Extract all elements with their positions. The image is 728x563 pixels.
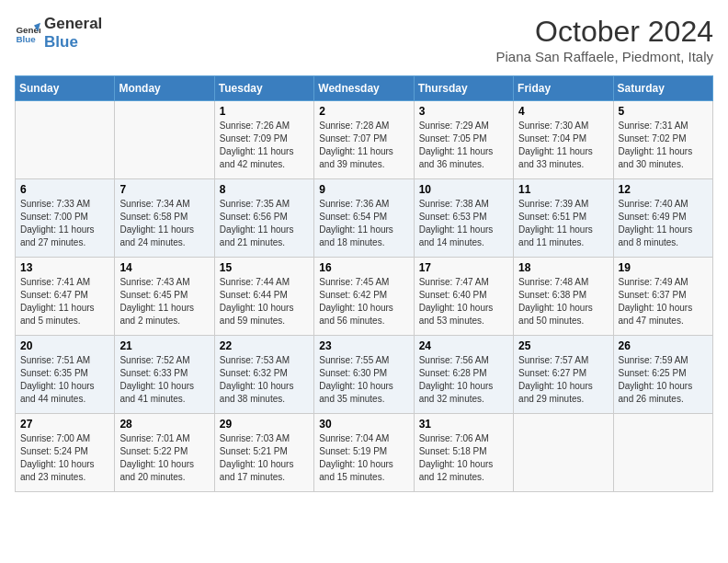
- day-number: 23: [319, 339, 408, 352]
- day-number: 5: [619, 105, 708, 118]
- calendar-cell: 5Sunrise: 7:31 AM Sunset: 7:02 PM Daylig…: [613, 101, 712, 179]
- svg-text:Blue: Blue: [16, 34, 36, 44]
- calendar-cell: 22Sunrise: 7:53 AM Sunset: 6:32 PM Dayli…: [214, 336, 313, 414]
- day-info: Sunrise: 7:03 AM Sunset: 5:21 PM Dayligh…: [220, 432, 309, 484]
- calendar-cell: 6Sunrise: 7:33 AM Sunset: 7:00 PM Daylig…: [16, 179, 115, 258]
- day-of-week-header: Thursday: [414, 76, 513, 101]
- calendar-cell: 29Sunrise: 7:03 AM Sunset: 5:21 PM Dayli…: [214, 414, 313, 492]
- calendar-cell: 9Sunrise: 7:36 AM Sunset: 6:54 PM Daylig…: [314, 179, 414, 258]
- calendar-cell: [16, 101, 115, 179]
- day-number: 27: [20, 418, 109, 431]
- day-info: Sunrise: 7:41 AM Sunset: 6:47 PM Dayligh…: [20, 276, 109, 327]
- day-number: 24: [419, 339, 508, 352]
- calendar-cell: 19Sunrise: 7:49 AM Sunset: 6:37 PM Dayli…: [613, 258, 712, 336]
- calendar-cell: 28Sunrise: 7:01 AM Sunset: 5:22 PM Dayli…: [115, 414, 214, 492]
- day-info: Sunrise: 7:56 AM Sunset: 6:28 PM Dayligh…: [419, 354, 508, 406]
- day-info: Sunrise: 7:48 AM Sunset: 6:38 PM Dayligh…: [518, 276, 608, 327]
- calendar-cell: 17Sunrise: 7:47 AM Sunset: 6:40 PM Dayli…: [414, 258, 513, 336]
- day-info: Sunrise: 7:26 AM Sunset: 7:09 PM Dayligh…: [220, 120, 309, 171]
- calendar-cell: 10Sunrise: 7:38 AM Sunset: 6:53 PM Dayli…: [414, 179, 513, 258]
- day-info: Sunrise: 7:33 AM Sunset: 7:00 PM Dayligh…: [20, 198, 109, 249]
- calendar-cell: [115, 101, 214, 179]
- day-info: Sunrise: 7:43 AM Sunset: 6:45 PM Dayligh…: [119, 276, 209, 327]
- logo-line1: General: [44, 15, 102, 33]
- location: Piana San Raffaele, Piedmont, Italy: [495, 49, 713, 64]
- day-info: Sunrise: 7:36 AM Sunset: 6:54 PM Dayligh…: [319, 198, 408, 249]
- day-of-week-header: Monday: [115, 76, 214, 101]
- day-number: 20: [20, 339, 109, 352]
- day-number: 7: [119, 183, 209, 196]
- day-info: Sunrise: 7:04 AM Sunset: 5:19 PM Dayligh…: [319, 432, 408, 484]
- day-info: Sunrise: 7:06 AM Sunset: 5:18 PM Dayligh…: [419, 432, 508, 484]
- day-number: 16: [319, 261, 408, 274]
- logo: General Blue General Blue: [15, 15, 102, 52]
- calendar-cell: 21Sunrise: 7:52 AM Sunset: 6:33 PM Dayli…: [115, 336, 214, 414]
- day-info: Sunrise: 7:40 AM Sunset: 6:49 PM Dayligh…: [619, 198, 708, 249]
- page-header: General Blue General Blue October 2024 P…: [15, 15, 713, 64]
- day-info: Sunrise: 7:38 AM Sunset: 6:53 PM Dayligh…: [419, 198, 508, 249]
- day-info: Sunrise: 7:00 AM Sunset: 5:24 PM Dayligh…: [20, 432, 109, 484]
- calendar-cell: 27Sunrise: 7:00 AM Sunset: 5:24 PM Dayli…: [16, 414, 115, 492]
- day-info: Sunrise: 7:57 AM Sunset: 6:27 PM Dayligh…: [518, 354, 608, 406]
- day-number: 6: [20, 183, 109, 196]
- day-info: Sunrise: 7:55 AM Sunset: 6:30 PM Dayligh…: [319, 354, 408, 406]
- day-number: 14: [119, 261, 209, 274]
- day-info: Sunrise: 7:49 AM Sunset: 6:37 PM Dayligh…: [619, 276, 708, 327]
- day-info: Sunrise: 7:45 AM Sunset: 6:42 PM Dayligh…: [319, 276, 408, 327]
- day-info: Sunrise: 7:44 AM Sunset: 6:44 PM Dayligh…: [220, 276, 309, 327]
- day-info: Sunrise: 7:52 AM Sunset: 6:33 PM Dayligh…: [119, 354, 209, 406]
- logo-icon: General Blue: [15, 20, 40, 46]
- day-info: Sunrise: 7:31 AM Sunset: 7:02 PM Dayligh…: [619, 120, 708, 171]
- day-info: Sunrise: 7:53 AM Sunset: 6:32 PM Dayligh…: [220, 354, 309, 406]
- day-info: Sunrise: 7:29 AM Sunset: 7:05 PM Dayligh…: [419, 120, 508, 171]
- day-number: 17: [419, 261, 508, 274]
- day-of-week-header: Tuesday: [214, 76, 313, 101]
- day-number: 11: [518, 183, 608, 196]
- day-info: Sunrise: 7:35 AM Sunset: 6:56 PM Dayligh…: [220, 198, 309, 249]
- day-number: 2: [319, 105, 408, 118]
- day-number: 25: [518, 339, 608, 352]
- day-number: 29: [220, 418, 309, 431]
- day-number: 31: [419, 418, 508, 431]
- day-number: 15: [220, 261, 309, 274]
- day-number: 22: [220, 339, 309, 352]
- calendar-cell: 15Sunrise: 7:44 AM Sunset: 6:44 PM Dayli…: [214, 258, 313, 336]
- day-number: 18: [518, 261, 608, 274]
- day-of-week-header: Sunday: [16, 76, 115, 101]
- day-number: 9: [319, 183, 408, 196]
- calendar-cell: 2Sunrise: 7:28 AM Sunset: 7:07 PM Daylig…: [314, 101, 414, 179]
- day-info: Sunrise: 7:47 AM Sunset: 6:40 PM Dayligh…: [419, 276, 508, 327]
- day-number: 19: [619, 261, 708, 274]
- calendar-cell: 20Sunrise: 7:51 AM Sunset: 6:35 PM Dayli…: [16, 336, 115, 414]
- title-block: October 2024 Piana San Raffaele, Piedmon…: [495, 15, 713, 64]
- day-number: 21: [119, 339, 209, 352]
- day-info: Sunrise: 7:59 AM Sunset: 6:25 PM Dayligh…: [619, 354, 708, 406]
- day-number: 10: [419, 183, 508, 196]
- calendar-header: SundayMondayTuesdayWednesdayThursdayFrid…: [16, 76, 713, 101]
- day-info: Sunrise: 7:39 AM Sunset: 6:51 PM Dayligh…: [518, 198, 608, 249]
- calendar-cell: 30Sunrise: 7:04 AM Sunset: 5:19 PM Dayli…: [314, 414, 414, 492]
- day-of-week-header: Friday: [514, 76, 613, 101]
- calendar-cell: 16Sunrise: 7:45 AM Sunset: 6:42 PM Dayli…: [314, 258, 414, 336]
- day-info: Sunrise: 7:30 AM Sunset: 7:04 PM Dayligh…: [518, 120, 608, 171]
- calendar-cell: 1Sunrise: 7:26 AM Sunset: 7:09 PM Daylig…: [214, 101, 313, 179]
- calendar-cell: 26Sunrise: 7:59 AM Sunset: 6:25 PM Dayli…: [613, 336, 712, 414]
- day-number: 28: [119, 418, 209, 431]
- calendar-cell: [514, 414, 613, 492]
- day-info: Sunrise: 7:01 AM Sunset: 5:22 PM Dayligh…: [119, 432, 209, 484]
- day-number: 1: [220, 105, 309, 118]
- calendar-cell: 13Sunrise: 7:41 AM Sunset: 6:47 PM Dayli…: [16, 258, 115, 336]
- calendar-cell: 31Sunrise: 7:06 AM Sunset: 5:18 PM Dayli…: [414, 414, 513, 492]
- day-number: 8: [220, 183, 309, 196]
- day-number: 30: [319, 418, 408, 431]
- calendar-cell: 18Sunrise: 7:48 AM Sunset: 6:38 PM Dayli…: [514, 258, 613, 336]
- calendar-cell: 11Sunrise: 7:39 AM Sunset: 6:51 PM Dayli…: [514, 179, 613, 258]
- calendar-cell: 12Sunrise: 7:40 AM Sunset: 6:49 PM Dayli…: [613, 179, 712, 258]
- day-of-week-header: Wednesday: [314, 76, 414, 101]
- day-number: 13: [20, 261, 109, 274]
- calendar-cell: 3Sunrise: 7:29 AM Sunset: 7:05 PM Daylig…: [414, 101, 513, 179]
- day-info: Sunrise: 7:51 AM Sunset: 6:35 PM Dayligh…: [20, 354, 109, 406]
- day-number: 26: [619, 339, 708, 352]
- calendar-cell: 4Sunrise: 7:30 AM Sunset: 7:04 PM Daylig…: [514, 101, 613, 179]
- calendar-cell: [613, 414, 712, 492]
